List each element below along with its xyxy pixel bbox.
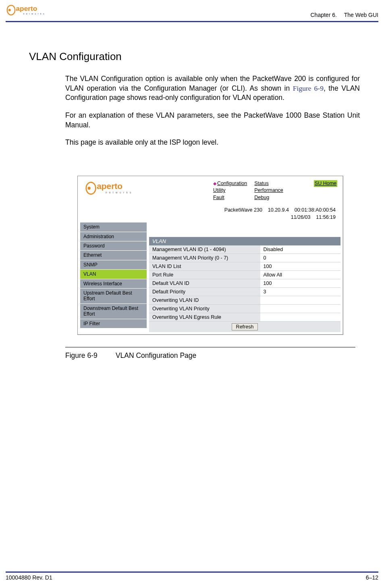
body-paragraph-3: This page is available only at the ISP l… <box>65 138 360 148</box>
body-paragraph-2: For an explanation of these VLAN paramet… <box>65 111 360 130</box>
figure-rule <box>65 347 355 347</box>
vlan-row-value: Disabled <box>260 245 341 253</box>
vlan-row-label: Overwriting VLAN ID <box>149 296 260 304</box>
svg-text:aperto: aperto <box>97 181 122 191</box>
vlan-panel-header: VLAN <box>149 237 340 245</box>
nav-link-status[interactable]: Status <box>254 180 283 187</box>
figure-reference-link[interactable]: Figure 6-9 <box>293 84 324 92</box>
vlan-row: Management VLAN ID (1 - 4094) Disabled <box>149 245 340 254</box>
svg-point-4 <box>86 182 96 194</box>
nav-col-1: ◆Configuration Utility Fault <box>213 180 247 202</box>
vlan-row-label: VLAN ID List <box>149 262 260 270</box>
vlan-row-label: Overwriting VLAN Priority <box>149 305 260 313</box>
status-ip: 10.20.9.4 <box>268 207 289 213</box>
chapter-breadcrumb: Chapter 6. The Web GUI <box>311 11 379 19</box>
refresh-row: Refresh <box>149 322 340 332</box>
vlan-row: Default Priority 3 <box>149 288 340 296</box>
active-nav-marker-icon: ◆ <box>213 181 216 186</box>
status-date: 11/26/03 <box>291 214 311 220</box>
sidebar-item-administration[interactable]: Administration <box>80 232 147 241</box>
aperto-logo-top: aperto n e t w o r k s <box>6 3 54 19</box>
figure-caption: Figure 6-9 VLAN Configuration Page <box>65 351 360 360</box>
nav-link-configuration[interactable]: Configuration <box>217 181 247 186</box>
footer-doc-id: 10004880 Rev. D1 <box>6 574 52 581</box>
vlan-row-value: 3 <box>260 288 341 296</box>
vlan-row-label: Overwriting VLAN Egress Rule <box>149 313 260 321</box>
page-header: aperto n e t w o r k s Chapter 6. The We… <box>0 0 384 20</box>
svg-text:n e t w o r k s: n e t w o r k s <box>106 191 132 193</box>
embedded-gui-screenshot: aperto n e t w o r k s ◆Configuration Ut… <box>77 176 343 335</box>
sidebar-item-system[interactable]: System <box>80 222 147 232</box>
status-device: PacketWave 230 <box>224 207 262 213</box>
gui-sidebar: System Administration Password Ethernet … <box>80 222 147 332</box>
vlan-row-label: Port Rule <box>149 271 260 279</box>
page-footer: 10004880 Rev. D1 6–12 <box>6 571 378 581</box>
nav-link-debug[interactable]: Debug <box>254 194 283 202</box>
vlan-row-value <box>260 296 341 304</box>
sidebar-item-wireless-interface[interactable]: Wireless Interface <box>80 279 147 289</box>
vlan-row: Overwriting VLAN Priority <box>149 305 340 313</box>
refresh-button[interactable]: Refresh <box>232 323 258 330</box>
vlan-row-label: Default Priority <box>149 288 260 296</box>
nav-link-utility[interactable]: Utility <box>213 187 247 194</box>
sidebar-item-ip-filter[interactable]: IP Filter <box>80 319 147 328</box>
vlan-row-label: Management VLAN ID (1 - 4094) <box>149 245 260 253</box>
vlan-row-value <box>260 305 341 313</box>
vlan-row-value: Allow All <box>260 271 341 279</box>
section-title: VLAN Configuration <box>29 50 360 63</box>
svg-point-5 <box>87 187 90 189</box>
vlan-row-value: 100 <box>260 279 341 287</box>
vlan-row: VLAN ID List 100 <box>149 262 340 271</box>
svg-text:aperto: aperto <box>16 4 37 12</box>
nav-link-fault[interactable]: Fault <box>213 194 247 202</box>
sidebar-item-snmp[interactable]: SNMP <box>80 260 147 270</box>
chapter-number: Chapter 6. <box>311 12 337 18</box>
vlan-row: Port Rule Allow All <box>149 271 340 279</box>
sidebar-item-password[interactable]: Password <box>80 241 147 251</box>
chapter-title: The Web GUI <box>344 12 378 18</box>
vlan-row: Default VLAN ID 100 <box>149 279 340 288</box>
sidebar-item-vlan[interactable]: VLAN <box>80 270 147 279</box>
gui-top-nav: aperto n e t w o r k s ◆Configuration Ut… <box>80 179 340 206</box>
nav-link-performance[interactable]: Performance <box>254 187 283 194</box>
sidebar-item-upstream-default-best-effort[interactable]: Upstream Default Best Effort <box>80 289 147 304</box>
footer-rule <box>6 571 378 573</box>
footer-page-number: 6–12 <box>366 574 378 581</box>
figure-caption-text: VLAN Configuration Page <box>116 351 196 359</box>
gui-main-panel: VLAN Management VLAN ID (1 - 4094) Disab… <box>147 222 340 332</box>
gui-status-bar: PacketWave 230 10.20.9.4 00:01:38:A0:00:… <box>80 205 340 222</box>
svg-point-0 <box>7 5 15 15</box>
vlan-row: Overwriting VLAN Egress Rule <box>149 313 340 322</box>
nav-col-2: Status Performance Debug <box>254 180 283 202</box>
figure-number: Figure 6-9 <box>65 351 114 360</box>
aperto-logo-gui: aperto n e t w o r k s <box>83 180 144 197</box>
status-mac: 00:01:38:A0:00:54 <box>295 207 336 213</box>
sidebar-item-downstream-default-best-effort[interactable]: Downstream Default Best Effort <box>80 304 147 319</box>
vlan-row-label: Default VLAN ID <box>149 279 260 287</box>
vlan-row-value: 100 <box>260 262 341 270</box>
svg-point-1 <box>8 9 11 11</box>
vlan-row-value: 0 <box>260 254 341 262</box>
svg-text:n e t w o r k s: n e t w o r k s <box>23 12 45 15</box>
vlan-row: Overwriting VLAN ID <box>149 296 340 305</box>
vlan-row-label: Management VLAN Priority (0 - 7) <box>149 254 260 262</box>
status-time: 11:56:19 <box>316 214 336 220</box>
vlan-row-value <box>260 313 341 321</box>
nav-link-su-home[interactable]: SU Home <box>314 180 337 187</box>
vlan-row: Management VLAN Priority (0 - 7) 0 <box>149 254 340 262</box>
body-paragraph-1: The VLAN Configuration option is availab… <box>65 74 360 103</box>
sidebar-item-ethernet[interactable]: Ethernet <box>80 251 147 260</box>
